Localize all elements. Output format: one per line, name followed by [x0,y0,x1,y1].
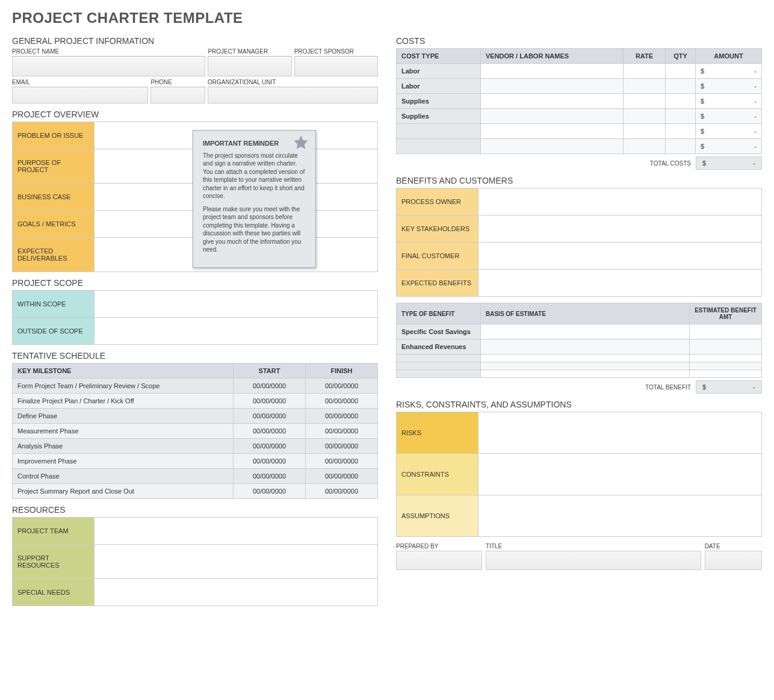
benefit-amt[interactable] [690,370,762,378]
cost-qty[interactable] [666,94,696,109]
cost-rate[interactable] [624,94,666,109]
input-assumptions[interactable] [478,495,762,537]
benefit-amt[interactable] [690,355,762,362]
cost-qty[interactable] [666,124,696,139]
callout-title: IMPORTANT REMINDER [203,139,306,148]
schedule-finish[interactable]: 00/00/0000 [306,379,378,394]
schedule-milestone[interactable]: Finalize Project Plan / Charter / Kick O… [13,394,234,409]
input-sig-title[interactable] [486,551,701,570]
schedule-start[interactable]: 00/00/0000 [234,379,306,394]
schedule-start[interactable]: 00/00/0000 [234,469,306,484]
input-support[interactable] [94,545,378,579]
input-owner[interactable] [478,188,762,215]
cost-vendor[interactable] [481,94,624,109]
benefit-basis[interactable] [481,339,690,355]
cost-type[interactable]: Supplies [397,94,481,109]
cost-qty[interactable] [666,109,696,124]
cost-rate[interactable] [624,124,666,139]
cost-qty[interactable] [666,79,696,94]
benefit-type[interactable] [397,370,481,378]
row-team: PROJECT TEAM [13,518,94,545]
benefit-basis[interactable] [481,355,690,362]
total-benefit-value: $- [696,380,762,394]
schedule-finish[interactable]: 00/00/0000 [306,409,378,424]
benefit-amt[interactable] [690,362,762,370]
cost-vendor[interactable] [481,139,624,154]
benefit-amt[interactable] [690,339,762,355]
hdr-cost-type: COST TYPE [397,49,481,64]
benefits-title: BENEFITS AND CUSTOMERS [396,176,762,185]
schedule-finish[interactable]: 00/00/0000 [306,439,378,454]
input-team[interactable] [94,518,378,545]
benefit-type[interactable]: Specific Cost Savings [397,324,481,339]
cost-vendor[interactable] [481,64,624,79]
input-project-sponsor[interactable] [294,56,378,76]
schedule-finish[interactable]: 00/00/0000 [306,394,378,409]
schedule-table: KEY MILESTONE START FINISH Form Project … [12,363,378,499]
schedule-start[interactable]: 00/00/0000 [234,394,306,409]
hdr-finish: FINISH [306,364,378,379]
cost-type[interactable]: Supplies [397,109,481,124]
input-email[interactable] [12,87,148,104]
benefit-amt[interactable] [690,324,762,339]
schedule-start[interactable]: 00/00/0000 [234,424,306,439]
input-constraints[interactable] [478,454,762,495]
input-prepared-by[interactable] [396,551,482,570]
cost-qty[interactable] [666,139,696,154]
benefit-basis[interactable] [481,324,690,339]
schedule-milestone[interactable]: Analysis Phase [13,439,234,454]
schedule-title: TENTATIVE SCHEDULE [12,351,378,361]
cost-vendor[interactable] [481,109,624,124]
input-sig-date[interactable] [705,551,762,570]
input-expected[interactable] [478,270,762,297]
schedule-finish[interactable]: 00/00/0000 [306,469,378,484]
cost-rate[interactable] [624,79,666,94]
schedule-finish[interactable]: 00/00/0000 [306,424,378,439]
schedule-finish[interactable]: 00/00/0000 [306,484,378,499]
cost-type[interactable] [397,139,481,154]
cost-type[interactable]: Labor [397,64,481,79]
input-special[interactable] [94,579,378,606]
cost-type[interactable]: Labor [397,79,481,94]
input-project-manager[interactable] [208,56,291,76]
hdr-basis: BASIS OF ESTIMATE [481,303,690,324]
schedule-start[interactable]: 00/00/0000 [234,439,306,454]
schedule-milestone[interactable]: Control Phase [13,469,234,484]
resources-title: RESOURCES [12,505,378,515]
schedule-milestone[interactable]: Define Phase [13,409,234,424]
benefit-type[interactable]: Enhanced Revenues [397,339,481,355]
input-outside-scope[interactable] [94,318,378,345]
schedule-finish[interactable]: 00/00/0000 [306,454,378,469]
cost-vendor[interactable] [481,79,624,94]
costs-table: COST TYPE VENDOR / LABOR NAMES RATE QTY … [396,48,762,154]
input-org-unit[interactable] [208,87,378,104]
benefit-basis[interactable] [481,370,690,378]
input-customer[interactable] [478,243,762,270]
cost-amount: $- [696,139,762,154]
schedule-milestone[interactable]: Project Summary Report and Close Out [13,484,234,499]
schedule-milestone[interactable]: Measurement Phase [13,424,234,439]
label-project-manager: PROJECT MANAGER [208,48,291,55]
input-risks[interactable] [478,412,762,454]
cost-rate[interactable] [624,109,666,124]
input-project-name[interactable] [12,56,205,76]
schedule-milestone[interactable]: Form Project Team / Preliminary Review /… [13,379,234,394]
input-stakeholders[interactable] [478,215,762,243]
cost-type[interactable] [397,124,481,139]
input-phone[interactable] [150,87,205,104]
cost-qty[interactable] [666,64,696,79]
benefit-basis[interactable] [481,362,690,370]
input-within-scope[interactable] [94,291,378,318]
schedule-start[interactable]: 00/00/0000 [234,454,306,469]
cost-vendor[interactable] [481,124,624,139]
cost-rate[interactable] [624,64,666,79]
hdr-benefit-type: TYPE OF BENEFIT [397,303,481,324]
schedule-start[interactable]: 00/00/0000 [234,484,306,499]
cost-amount: $- [696,124,762,139]
benefit-type[interactable] [397,355,481,362]
schedule-milestone[interactable]: Improvement Phase [13,454,234,469]
row-assumptions: ASSUMPTIONS [397,495,478,537]
cost-rate[interactable] [624,139,666,154]
schedule-start[interactable]: 00/00/0000 [234,409,306,424]
benefit-type[interactable] [397,362,481,370]
